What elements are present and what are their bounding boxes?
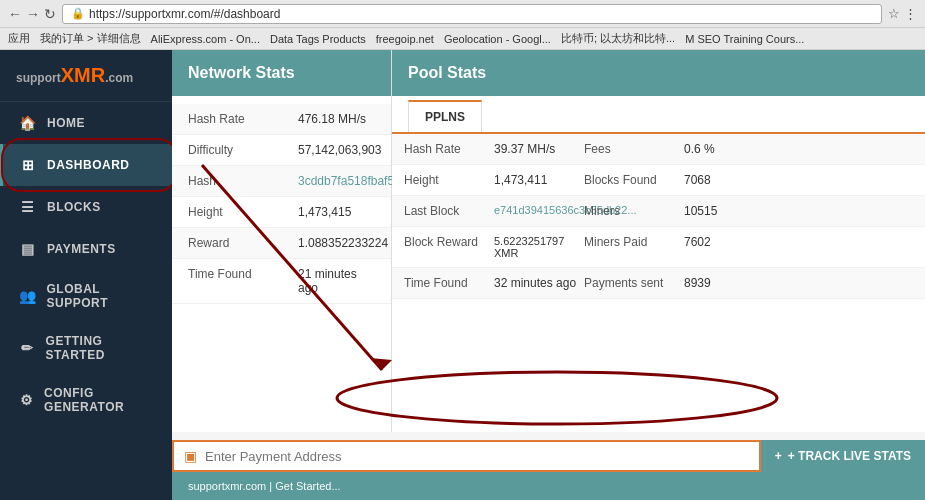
star-icon[interactable]: ☆ [888, 6, 900, 21]
pool-timefound-label: Time Found [404, 276, 494, 290]
pool-lastblock-label: Last Block [404, 204, 494, 218]
sidebar-label-config-generator: CONFIG GENERATOR [44, 386, 156, 414]
network-height-value: 1,473,415 [298, 205, 351, 219]
nav-arrows[interactable]: ← → ↻ [8, 6, 56, 22]
sidebar-item-global-support[interactable]: 👥 GLOBAL SUPPORT [0, 270, 172, 322]
network-stat-difficulty: Difficulty 57,142,063,903 [172, 135, 391, 166]
pool-lastblock-value[interactable]: e741d39415636c3c85db22... [494, 204, 584, 218]
network-hash-label: Hash [188, 174, 298, 188]
sidebar-item-blocks[interactable]: ☰ BLOCKS [0, 186, 172, 228]
pool-stats-header: Pool Stats [392, 50, 925, 96]
pool-stat-row-4: Time Found 32 minutes ago Payments sent … [392, 268, 925, 299]
network-stat-timefound: Time Found 21 minutes ago [172, 259, 391, 304]
pool-blocksfound-label: Blocks Found [584, 173, 684, 187]
network-stats-body: Hash Rate 476.18 MH/s Difficulty 57,142,… [172, 96, 391, 312]
track-btn-plus-icon: + [775, 449, 782, 463]
blocks-icon: ☰ [19, 198, 37, 216]
network-difficulty-value: 57,142,063,903 [298, 143, 381, 157]
network-reward-value: 1.088352233224 [298, 236, 388, 250]
global-support-icon: 👥 [19, 287, 37, 305]
address-bar[interactable]: 🔒 https://supportxmr.com/#/dashboard [62, 4, 882, 24]
pool-timefound-value: 32 minutes ago [494, 276, 584, 290]
pool-tabs-row: PPLNS [392, 96, 925, 134]
logo: supportXMR.com [16, 64, 156, 87]
pool-stat-row-3: Block Reward 5.6223251797 XMR Miners Pai… [392, 227, 925, 268]
pool-blocksfound-value: 7068 [684, 173, 711, 187]
payment-icon: ▣ [184, 448, 197, 464]
bookmark-bitcoin[interactable]: 比特币; 以太坊和比特... [561, 31, 675, 46]
bookmark-datatags[interactable]: Data Tags Products [270, 33, 366, 45]
pool-stat-row-2: Last Block e741d39415636c3c85db22... Min… [392, 196, 925, 227]
network-reward-label: Reward [188, 236, 298, 250]
network-height-label: Height [188, 205, 298, 219]
lock-icon: 🔒 [71, 7, 85, 20]
sidebar-item-dashboard[interactable]: ⊞ DASHBOARD [0, 144, 172, 186]
bookmark-apps[interactable]: 应用 [8, 31, 30, 46]
logo-area: supportXMR.com [0, 50, 172, 102]
sidebar-label-dashboard: DASHBOARD [47, 158, 130, 172]
logo-com: .com [105, 71, 133, 85]
browser-bar: ← → ↻ 🔒 https://supportxmr.com/#/dashboa… [0, 0, 925, 28]
network-stats-header: Network Stats [172, 50, 391, 96]
sidebar: supportXMR.com 🏠 HOME ⊞ DASHBOARD ☰ BLOC… [0, 50, 172, 500]
home-icon: 🏠 [19, 114, 37, 132]
logo-xmr: XMR [61, 64, 105, 86]
network-timefound-label: Time Found [188, 267, 298, 295]
forward-btn[interactable]: → [26, 6, 40, 22]
pool-stat-row-0: Hash Rate 39.37 MH/s Fees 0.6 % [392, 134, 925, 165]
pool-stat-row-1: Height 1,473,411 Blocks Found 7068 [392, 165, 925, 196]
sidebar-item-getting-started[interactable]: ✏ GETTING STARTED [0, 322, 172, 374]
pool-hashrate-label: Hash Rate [404, 142, 494, 156]
network-stat-reward: Reward 1.088352233224 [172, 228, 391, 259]
pool-fees-value: 0.6 % [684, 142, 715, 156]
pool-miners-label: Miners [584, 204, 684, 218]
bookmark-freegoip[interactable]: freegoip.net [376, 33, 434, 45]
sidebar-label-payments: PAYMENTS [47, 242, 116, 256]
main-content: Network Stats Hash Rate 476.18 MH/s Diff… [172, 50, 925, 500]
toolbar-icons: ☆ ⋮ [888, 6, 917, 21]
bookmark-seo[interactable]: M SEO Training Cours... [685, 33, 804, 45]
refresh-btn[interactable]: ↻ [44, 6, 56, 22]
network-hashrate-value: 476.18 MH/s [298, 112, 366, 126]
pool-blockreward-value: 5.6223251797 XMR [494, 235, 584, 259]
network-stat-hash: Hash 3cddb7fa518fbaf56d72... [172, 166, 391, 197]
pool-paymentssent-label: Payments sent [584, 276, 684, 290]
sidebar-label-getting-started: GETTING STARTED [46, 334, 156, 362]
sidebar-item-payments[interactable]: ▤ PAYMENTS [0, 228, 172, 270]
pool-stats-panel: Pool Stats PPLNS Hash Rate 39.37 MH/s Fe… [392, 50, 925, 432]
pool-miners-value: 10515 [684, 204, 717, 218]
bookmark-aliexpress[interactable]: AliExpress.com - On... [151, 33, 260, 45]
payment-input-wrapper: ▣ [172, 440, 761, 472]
pool-height-label: Height [404, 173, 494, 187]
back-btn[interactable]: ← [8, 6, 22, 22]
menu-icon[interactable]: ⋮ [904, 6, 917, 21]
pool-height-value: 1,473,411 [494, 173, 584, 187]
network-hashrate-label: Hash Rate [188, 112, 298, 126]
app-container: supportXMR.com 🏠 HOME ⊞ DASHBOARD ☰ BLOC… [0, 50, 925, 500]
payment-address-input[interactable] [205, 449, 749, 464]
pool-stats-title: Pool Stats [408, 64, 486, 81]
bottom-bar-text: supportxmr.com | Get Started... [188, 480, 341, 492]
track-live-stats-button[interactable]: + + TRACK LIVE STATS [761, 440, 925, 472]
pool-paymentssent-value: 8939 [684, 276, 711, 290]
logo-support: support [16, 71, 61, 85]
bookmark-orders[interactable]: 我的订单 > 详细信息 [40, 31, 141, 46]
bookmark-geo[interactable]: Geolocation - Googl... [444, 33, 551, 45]
url-text: https://supportxmr.com/#/dashboard [89, 7, 280, 21]
payments-icon: ▤ [19, 240, 37, 258]
sidebar-label-home: HOME [47, 116, 85, 130]
network-stat-height: Height 1,473,415 [172, 197, 391, 228]
dashboard-icon: ⊞ [19, 156, 37, 174]
pool-minerspaid-value: 7602 [684, 235, 711, 259]
tab-pplns[interactable]: PPLNS [408, 100, 482, 132]
network-stats-panel: Network Stats Hash Rate 476.18 MH/s Diff… [172, 50, 392, 432]
pool-stats-grid: Hash Rate 39.37 MH/s Fees 0.6 % Height 1… [392, 134, 925, 299]
network-stats-title: Network Stats [188, 64, 295, 81]
sidebar-item-config-generator[interactable]: ⚙ CONFIG GENERATOR [0, 374, 172, 426]
pool-hashrate-value: 39.37 MH/s [494, 142, 584, 156]
network-timefound-value: 21 minutes ago [298, 267, 375, 295]
network-difficulty-label: Difficulty [188, 143, 298, 157]
bookmarks-bar: 应用 我的订单 > 详细信息 AliExpress.com - On... Da… [0, 28, 925, 50]
pool-fees-label: Fees [584, 142, 684, 156]
sidebar-item-home[interactable]: 🏠 HOME [0, 102, 172, 144]
